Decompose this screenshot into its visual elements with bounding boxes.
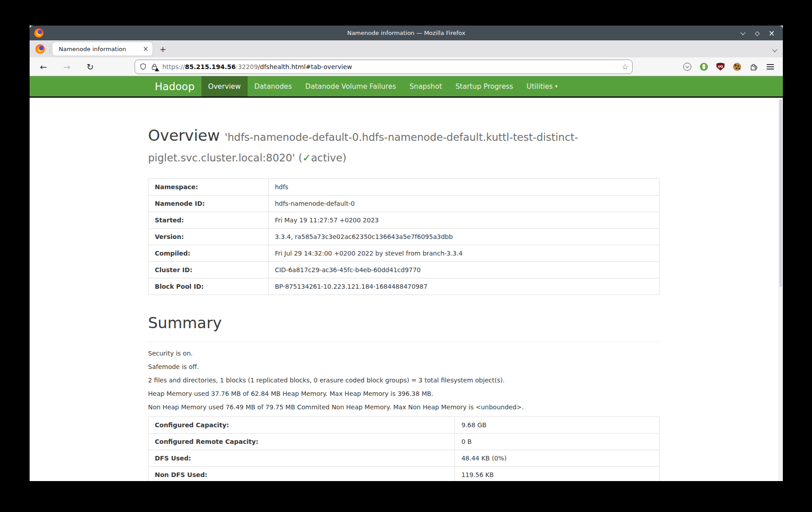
nav-tab-startup-progress[interactable]: Startup Progress: [449, 76, 520, 96]
firefox-view-button[interactable]: [32, 42, 48, 56]
shield-permissions-icon[interactable]: [140, 63, 147, 70]
table-row: Cluster ID:CID-6a817c29-ac36-45fc-b4eb-6…: [148, 261, 659, 278]
caret-down-icon: ▾: [555, 83, 558, 89]
new-tab-button[interactable]: +: [156, 42, 170, 56]
forward-button: →: [59, 60, 74, 74]
table-row: Version:3.3.4, ra585a73c3e02ac62350c1366…: [148, 228, 659, 245]
page-content: Overview 'hdfs-namenode-default-0.hdfs-n…: [30, 98, 783, 481]
capacity-table: Configured Capacity:9.68 GB Configured R…: [148, 417, 659, 481]
table-row: Namespace:hdfs: [148, 178, 659, 195]
navigation-toolbar: ← → ↻ https://85.215.194.56:32209/dfshea…: [30, 57, 783, 76]
table-row: Non DFS Used:119.56 KB: [148, 466, 659, 481]
nav-tab-datanode-volume-failures[interactable]: Datanode Volume Failures: [299, 76, 403, 96]
summary-line: Security is on.: [148, 349, 659, 357]
desktop-background: Namenode information — Mozilla Firefox ◇…: [0, 0, 812, 512]
chevron-down-icon: [740, 30, 745, 35]
privacy-extension-icon[interactable]: [698, 61, 710, 73]
tab-close-icon[interactable]: ×: [143, 45, 148, 53]
back-button[interactable]: ←: [36, 60, 51, 74]
url-path: /dfshealth.html#tab-overview: [258, 63, 352, 70]
summary-line: Safemode is off.: [148, 363, 659, 371]
summary-line: 2 files and directories, 1 blocks (1 rep…: [148, 376, 659, 384]
scrollbar[interactable]: [778, 98, 783, 481]
window-title: Namenode information — Mozilla Firefox: [30, 30, 783, 36]
table-row: DFS Used:48.44 KB (0%): [148, 450, 659, 466]
tab-overflow-button[interactable]: [773, 45, 777, 54]
navbar-brand-hadoop[interactable]: Hadoop: [148, 76, 201, 96]
ublock-origin-icon[interactable]: UO: [714, 61, 727, 73]
menu-hamburger-icon[interactable]: [764, 61, 777, 73]
tab-title: Namenode information: [59, 46, 140, 52]
url-bar[interactable]: https://85.215.194.56:32209/dfshealth.ht…: [135, 60, 633, 74]
firefox-window: Namenode information — Mozilla Firefox ◇…: [30, 26, 783, 481]
reload-button[interactable]: ↻: [83, 60, 98, 74]
window-titlebar[interactable]: Namenode information — Mozilla Firefox ◇…: [30, 26, 783, 40]
lock-warning-icon[interactable]: [151, 63, 158, 70]
status-active: active: [311, 152, 342, 164]
url-scheme: https://: [162, 63, 185, 70]
tab-namenode-information[interactable]: Namenode information ×: [52, 42, 153, 56]
url-host: 85.215.194.56: [185, 63, 236, 70]
pocket-icon[interactable]: [681, 61, 694, 73]
cookie-extension-icon[interactable]: [731, 61, 743, 73]
table-row: Block Pool ID:BP-875134261-10.223.121.18…: [148, 278, 659, 295]
table-row: Configured Capacity:9.68 GB: [148, 417, 659, 433]
table-row: Configured Remote Capacity:0 B: [148, 433, 659, 450]
table-row: Started:Fri May 19 11:27:57 +0200 2023: [148, 212, 659, 228]
minimize-button[interactable]: [738, 28, 748, 38]
summary-line: Heap Memory used 37.76 MB of 62.84 MB He…: [148, 390, 659, 398]
overview-heading: Overview 'hdfs-namenode-default-0.hdfs-n…: [148, 126, 659, 167]
namenode-info-table: Namespace:hdfs Namenode ID:hdfs-namenode…: [148, 178, 659, 295]
toolbar-extensions-area: UO: [681, 61, 783, 73]
table-row: Namenode ID:hdfs-namenode-default-0: [148, 195, 659, 212]
active-check-icon: ✓: [302, 152, 311, 164]
nav-dropdown-utilities[interactable]: Utilities▾: [520, 76, 564, 96]
extensions-puzzle-icon[interactable]: [747, 61, 760, 73]
bookmark-star-icon[interactable]: ☆: [622, 62, 629, 71]
scrollbar-thumb[interactable]: [779, 100, 782, 287]
summary-line: Non Heap Memory used 76.49 MB of 79.75 M…: [148, 403, 659, 411]
maximize-button[interactable]: ◇: [752, 28, 762, 38]
nav-tab-overview[interactable]: Overview: [201, 76, 248, 96]
summary-heading: Summary: [148, 313, 659, 334]
divider: [148, 342, 659, 342]
url-port: :32209: [236, 63, 258, 70]
warning-badge: [155, 68, 159, 71]
table-row: Compiled:Fri Jul 29 14:32:00 +0200 2022 …: [148, 245, 659, 261]
close-button[interactable]: ×: [767, 28, 777, 38]
tab-separator: [50, 44, 50, 53]
chevron-down-icon: [772, 47, 777, 52]
hadoop-navbar: Hadoop Overview Datanodes Datanode Volum…: [30, 76, 783, 98]
window-controls: ◇ ×: [738, 28, 783, 38]
firefox-logo-icon: [35, 44, 45, 54]
nav-tab-snapshot[interactable]: Snapshot: [403, 76, 449, 96]
url-text: https://85.215.194.56:32209/dfshealth.ht…: [162, 63, 618, 70]
nav-tab-datanodes[interactable]: Datanodes: [248, 76, 299, 96]
tab-bar: Namenode information × +: [30, 40, 783, 57]
